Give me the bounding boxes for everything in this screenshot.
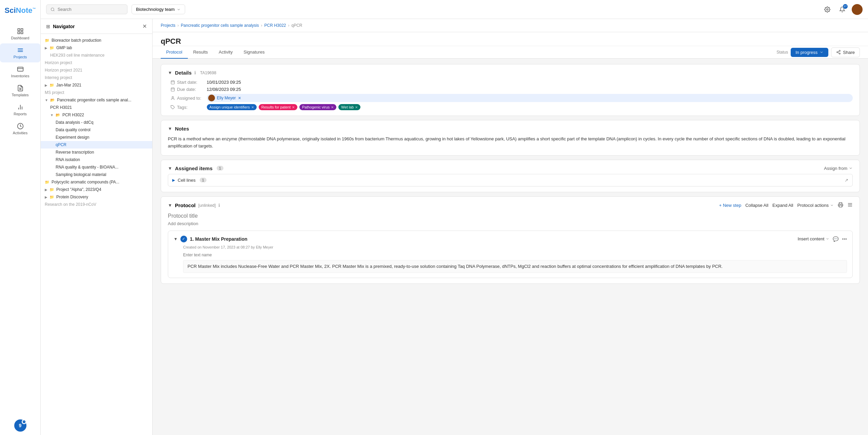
nav-item-pancreatic[interactable]: ▼ 📂 Pancreatic progenitor cells sample a… bbox=[41, 96, 152, 104]
calendar-due-icon bbox=[171, 87, 175, 92]
nav-item-protein[interactable]: ▶ 📁 Protein Discovery bbox=[41, 193, 152, 201]
navigator-header: ⊞ Navigator ✕ bbox=[41, 19, 152, 34]
nav-item-pcrh3022[interactable]: ▼ 📂 PCR H3022 bbox=[41, 111, 152, 119]
page-title: qPCR bbox=[161, 32, 184, 46]
nav-item-project-alpha[interactable]: ▶ 📁 Project "Alpha", 2023/Q4 bbox=[41, 186, 152, 193]
help-button[interactable]: 9 bbox=[14, 419, 26, 432]
nav-item-polycyclic[interactable]: 📁 Polycyclic aromatic compounds (PA... bbox=[41, 178, 152, 186]
cell-lines-expand-icon: ▶ bbox=[172, 178, 175, 182]
assignee-remove-icon[interactable]: ✕ bbox=[238, 96, 241, 100]
expand-all-button[interactable]: Expand All bbox=[772, 203, 793, 208]
sidebar-item-inventories[interactable]: Inventories bbox=[0, 62, 40, 81]
external-link-icon[interactable]: ↗ bbox=[845, 178, 848, 183]
step-1-chevron[interactable]: ▼ bbox=[174, 237, 178, 241]
sidebar-item-activities[interactable]: Activities bbox=[0, 119, 40, 138]
tab-results[interactable]: Results bbox=[188, 46, 213, 59]
tag-results-patent: Results for patent ✕ bbox=[259, 104, 297, 110]
tabs-status-row: qPCR bbox=[153, 32, 868, 46]
nav-item-pcrh3021[interactable]: PCR H3021 bbox=[41, 104, 152, 111]
nav-item-hek[interactable]: HEK293 cell line maintenance bbox=[41, 52, 152, 59]
navigator-close-button[interactable]: ✕ bbox=[142, 23, 147, 29]
tag-wetlab-close[interactable]: ✕ bbox=[355, 105, 358, 109]
step-comment-icon[interactable]: 💬 bbox=[833, 236, 839, 242]
nav-item-qpcr[interactable]: qPCR bbox=[41, 141, 152, 149]
details-chevron[interactable]: ▼ bbox=[168, 70, 172, 75]
nav-item-janmar[interactable]: ▶ 📁 Jan-Mar 2021 bbox=[41, 81, 152, 89]
sidebar-item-templates[interactable]: Templates bbox=[0, 81, 40, 100]
navigator-tree: 📁 Bioreactor batch production ▶ 📁 GMP la… bbox=[41, 34, 152, 435]
notes-chevron[interactable]: ▼ bbox=[168, 126, 172, 131]
sidebar-item-reports[interactable]: Reports bbox=[0, 100, 40, 119]
tag-assign-unique: Assign unique identifiers ✕ bbox=[207, 104, 257, 110]
assignee-name: Elly Meyer bbox=[217, 96, 236, 100]
svg-point-22 bbox=[172, 96, 173, 98]
sidebar: SciNote™ Dashboard Projects Inventories … bbox=[0, 0, 41, 435]
assigned-count: 1 bbox=[217, 166, 223, 171]
nav-item-ms[interactable]: MS project bbox=[41, 89, 152, 96]
step-1-title: 1. Master Mix Preparation bbox=[190, 236, 795, 242]
nav-item-interreg[interactable]: Interreg project bbox=[41, 74, 152, 81]
tab-protocol[interactable]: Protocol bbox=[161, 46, 188, 59]
help-icon-wrapper: 9 bbox=[14, 419, 26, 432]
protocol-chevron[interactable]: ▼ bbox=[168, 203, 172, 208]
protocol-title-input[interactable] bbox=[168, 213, 853, 219]
sidebar-item-projects[interactable]: Projects bbox=[0, 43, 40, 62]
breadcrumb-pancreatic[interactable]: Pancreatic progenitor cells sample analy… bbox=[181, 23, 259, 28]
nav-item-data-quality[interactable]: Data quality control bbox=[41, 126, 152, 134]
share-button[interactable]: Share bbox=[831, 47, 860, 57]
tab-activity[interactable]: Activity bbox=[213, 46, 238, 59]
nav-item-bioreactor[interactable]: 📁 Bioreactor batch production bbox=[41, 37, 152, 44]
svg-point-11 bbox=[839, 53, 841, 54]
tab-signatures[interactable]: Signatures bbox=[238, 46, 270, 59]
nav-item-experiment[interactable]: Experiment design bbox=[41, 134, 152, 141]
assigned-chevron[interactable]: ▼ bbox=[168, 166, 172, 171]
assignee-chip[interactable]: Elly Meyer ✕ bbox=[207, 94, 853, 102]
nav-item-horizon[interactable]: Horizon project bbox=[41, 59, 152, 66]
cell-lines-count: 1 bbox=[200, 178, 206, 182]
protocol-desc-input[interactable] bbox=[168, 221, 853, 226]
tag-patent-close[interactable]: ✕ bbox=[292, 105, 295, 109]
nav-item-gmplab[interactable]: ▶ 📁 GMP lab bbox=[41, 44, 152, 52]
reorder-button[interactable] bbox=[847, 202, 853, 209]
protocol-info-icon[interactable]: ℹ bbox=[218, 203, 220, 208]
notifications-button[interactable]: 27 bbox=[837, 4, 848, 15]
print-button[interactable] bbox=[838, 202, 843, 209]
user-avatar[interactable] bbox=[852, 4, 863, 15]
assign-from-button[interactable]: Assign from bbox=[824, 166, 853, 171]
svg-rect-0 bbox=[18, 29, 20, 31]
notes-title: Notes bbox=[175, 126, 189, 132]
team-selector[interactable]: Biotechnology team bbox=[132, 4, 185, 14]
nav-item-rna-quality[interactable]: RNA quality & quantity - BIOANA... bbox=[41, 163, 152, 171]
collapse-all-button[interactable]: Collapse All bbox=[745, 203, 768, 208]
new-step-button[interactable]: + New step bbox=[719, 203, 741, 208]
sidebar-item-dashboard-label: Dashboard bbox=[11, 36, 29, 40]
tag-wetlab: Wet lab ✕ bbox=[338, 104, 360, 110]
protocol-actions-button[interactable]: Protocol actions bbox=[797, 203, 834, 208]
status-button[interactable]: In progress bbox=[791, 48, 828, 57]
step-1-meta: Created on November 17, 2023 at 08:27 by… bbox=[183, 245, 847, 249]
nav-item-rna-iso[interactable]: RNA isolation bbox=[41, 156, 152, 163]
sidebar-item-dashboard[interactable]: Dashboard bbox=[0, 24, 40, 43]
tag-pathogenic-close[interactable]: ✕ bbox=[331, 105, 334, 109]
nav-item-sampling[interactable]: Sampling biological material bbox=[41, 171, 152, 178]
breadcrumb-projects[interactable]: Projects bbox=[161, 23, 175, 28]
nav-item-horizon2021[interactable]: Horizon project 2021 bbox=[41, 66, 152, 74]
settings-button[interactable] bbox=[822, 4, 833, 15]
sidebar-item-activities-label: Activities bbox=[13, 131, 27, 135]
insert-content-chevron bbox=[826, 237, 829, 241]
cell-lines-row[interactable]: ▶ Cell lines 1 ↗ bbox=[168, 174, 853, 186]
nav-item-data-analysis[interactable]: Data analysis - ddCq bbox=[41, 119, 152, 126]
nav-item-research[interactable]: Research on the 2019-nCoV bbox=[41, 201, 152, 208]
nav-item-reverse[interactable]: Reverse transcription bbox=[41, 149, 152, 156]
user-icon bbox=[171, 96, 175, 100]
step-text-name-input[interactable] bbox=[183, 253, 234, 257]
search-box[interactable] bbox=[46, 4, 127, 14]
tag-assign-close[interactable]: ✕ bbox=[251, 105, 254, 109]
breadcrumb-pcrh3022[interactable]: PCR H3022 bbox=[264, 23, 286, 28]
details-info-icon[interactable]: ℹ bbox=[194, 70, 196, 75]
insert-content-button[interactable]: Insert content bbox=[798, 236, 830, 241]
step-more-icon[interactable]: ••• bbox=[842, 236, 847, 242]
svg-line-12 bbox=[838, 53, 839, 53]
tag-icon bbox=[171, 105, 175, 110]
search-input[interactable] bbox=[58, 7, 123, 12]
